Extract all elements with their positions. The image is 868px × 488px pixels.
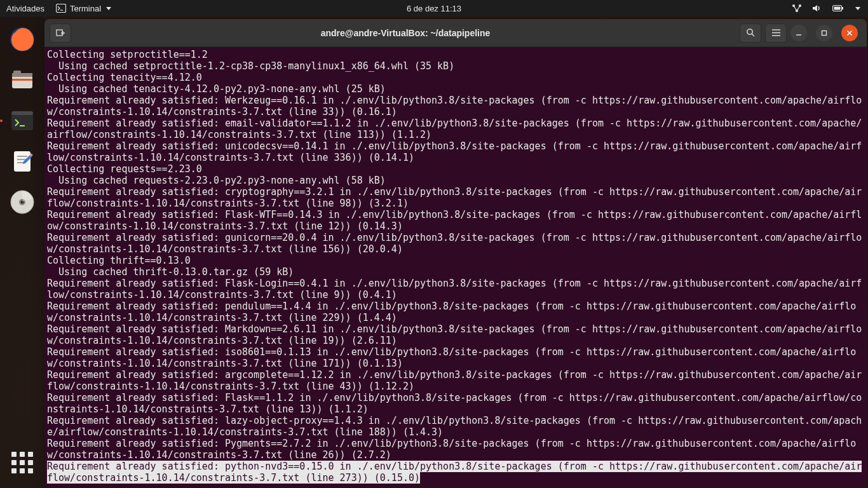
dock-disc[interactable]	[6, 186, 39, 219]
dock-terminal[interactable]	[6, 104, 39, 137]
menu-button[interactable]	[765, 24, 787, 43]
minimize-button[interactable]	[790, 25, 807, 41]
show-applications-button[interactable]	[6, 446, 39, 479]
terminal-app-icon	[8, 107, 36, 135]
terminal-icon	[56, 4, 66, 13]
app-menu-label: Terminal	[70, 4, 101, 13]
battery-icon[interactable]	[832, 4, 844, 12]
terminal-highlight-line: Requirement already satisfied: python-nv…	[47, 461, 862, 484]
firefox-icon	[8, 25, 36, 53]
svg-rect-6	[834, 7, 841, 10]
dock-firefox[interactable]	[6, 23, 39, 56]
svg-rect-11	[13, 71, 21, 74]
volume-icon[interactable]	[812, 4, 822, 13]
dock	[0, 17, 44, 488]
search-button[interactable]	[740, 24, 761, 43]
disc-icon	[8, 188, 36, 216]
system-menu-chevron-icon[interactable]	[855, 7, 860, 10]
app-menu[interactable]: Terminal	[56, 4, 111, 13]
svg-rect-34	[822, 30, 827, 35]
close-icon	[846, 30, 853, 36]
clock[interactable]: 6 de dez 11:13	[407, 4, 461, 13]
svg-point-28	[747, 29, 752, 34]
terminal-window: andre@andre-VirtualBox: ~/datapipeline C…	[44, 19, 867, 488]
files-icon	[8, 66, 36, 94]
gnome-top-bar: Atividades Terminal 6 de dez 11:13	[0, 0, 868, 17]
new-tab-button[interactable]	[50, 24, 71, 43]
chevron-down-icon	[106, 7, 111, 10]
svg-rect-16	[14, 151, 31, 172]
svg-rect-7	[842, 7, 843, 10]
text-editor-icon	[8, 147, 36, 175]
maximize-button[interactable]	[816, 25, 832, 41]
svg-rect-12	[12, 79, 32, 81]
minimize-icon	[796, 30, 802, 36]
activities-button[interactable]: Atividades	[6, 4, 44, 13]
new-tab-icon	[55, 28, 65, 38]
svg-rect-14	[11, 111, 33, 115]
close-button[interactable]	[841, 25, 858, 41]
terminal-content[interactable]: Collecting setproctitle==1.2 Using cache…	[44, 47, 867, 488]
hamburger-icon	[771, 29, 781, 37]
window-title: andre@andre-VirtualBox: ~/datapipeline	[75, 28, 736, 38]
maximize-icon	[821, 30, 827, 36]
svg-rect-0	[56, 4, 65, 13]
network-icon[interactable]	[792, 4, 802, 13]
dock-files[interactable]	[6, 64, 39, 97]
svg-line-29	[752, 34, 754, 36]
search-icon	[746, 28, 756, 37]
window-titlebar[interactable]: andre@andre-VirtualBox: ~/datapipeline	[44, 19, 867, 47]
dock-text-editor[interactable]	[6, 145, 39, 178]
